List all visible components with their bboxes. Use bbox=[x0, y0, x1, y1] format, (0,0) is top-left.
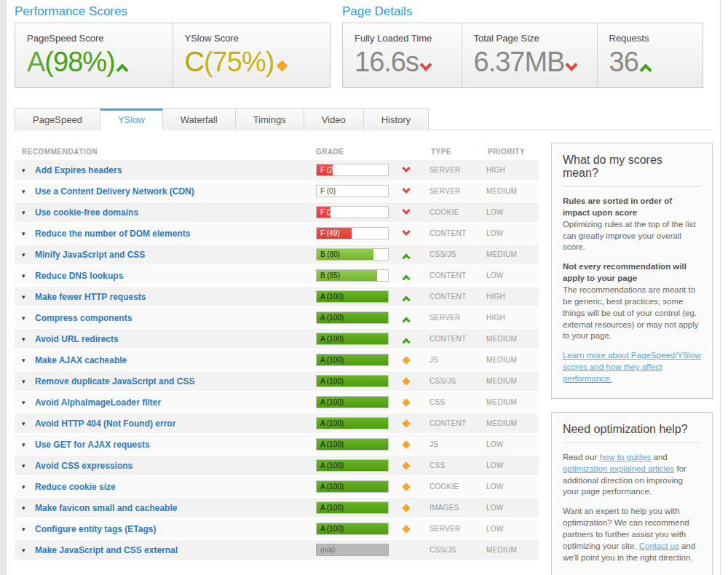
priority-cell: LOW bbox=[486, 229, 539, 237]
table-header-row: RECOMMENDATION GRADE TYPE PRIORITY bbox=[15, 143, 539, 160]
expand-toggle-icon[interactable]: ▾ bbox=[22, 314, 35, 322]
expand-toggle-icon[interactable]: ▾ bbox=[22, 420, 35, 427]
recommendation-cell: ▾ Reduce the number of DOM elements bbox=[15, 229, 316, 239]
priority-cell: LOW bbox=[486, 461, 539, 469]
recommendation-cell: ▾ Configure entity tags (ETags) bbox=[15, 524, 316, 534]
trend-cell bbox=[403, 167, 430, 173]
grade-bar-label: A (100) bbox=[320, 481, 344, 492]
recommendation-cell: ▾ Avoid URL redirects bbox=[15, 334, 316, 344]
recommendation-link[interactable]: Make AJAX cacheable bbox=[35, 355, 127, 365]
trend-cell bbox=[403, 294, 430, 300]
learn-more-link[interactable]: Learn more about PageSpeed/YSlow scores … bbox=[563, 351, 701, 383]
recommendation-link[interactable]: Make JavaScript and CSS external bbox=[35, 545, 178, 555]
expand-toggle-icon[interactable]: ▾ bbox=[22, 504, 35, 512]
header-priority: PRIORITY bbox=[486, 148, 539, 156]
how-to-guides-link[interactable]: how to guides bbox=[599, 453, 651, 461]
grade-cell: F (20) bbox=[316, 206, 403, 218]
grade-cell: F (23) bbox=[316, 164, 403, 176]
recommendation-link[interactable]: Avoid URL redirects bbox=[35, 334, 119, 344]
priority-cell: LOW bbox=[486, 504, 539, 512]
trend-cell bbox=[403, 336, 430, 342]
recommendation-link[interactable]: Avoid HTTP 404 (Not Found) error bbox=[35, 419, 175, 429]
info-sidebar: What do my scores mean? Rules are sorted… bbox=[551, 143, 713, 575]
recommendation-link[interactable]: Configure entity tags (ETags) bbox=[35, 524, 156, 534]
recommendation-link[interactable]: Reduce DNS lookups bbox=[35, 271, 123, 281]
recommendation-row: ▾ Avoid HTTP 404 (Not Found) error A (10… bbox=[15, 413, 539, 433]
expand-toggle-icon[interactable]: ▾ bbox=[22, 293, 35, 301]
optimization-help-title: Need optimization help? bbox=[563, 423, 701, 443]
type-cell: SERVER bbox=[430, 187, 486, 195]
trend-cell bbox=[403, 421, 430, 427]
recommendation-link[interactable]: Reduce cookie size bbox=[35, 482, 116, 492]
yslow-score-value: C(75%) bbox=[185, 47, 319, 78]
recommendation-link[interactable]: Make favicon small and cacheable bbox=[35, 503, 177, 513]
recommendation-link[interactable]: Add Expires headers bbox=[35, 165, 122, 175]
grade-bar-label: F (20) bbox=[320, 207, 340, 218]
expand-toggle-icon[interactable]: ▾ bbox=[22, 357, 35, 364]
expand-toggle-icon[interactable]: ▾ bbox=[22, 336, 35, 343]
page-details-title: Page Details bbox=[342, 4, 703, 19]
priority-cell: MEDIUM bbox=[486, 335, 539, 343]
recommendation-cell: ▾ Remove duplicate JavaScript and CSS bbox=[15, 376, 316, 386]
expand-toggle-icon[interactable]: ▾ bbox=[22, 462, 35, 469]
recommendations-table: RECOMMENDATION GRADE TYPE PRIORITY ▾ Add… bbox=[15, 143, 539, 561]
performance-scores-card: PageSpeed Score A(98%) YSlow Score C(75%… bbox=[15, 23, 331, 88]
grade-bar: B (80) bbox=[316, 248, 389, 261]
expand-toggle-icon[interactable]: ▾ bbox=[22, 230, 35, 237]
recommendation-link[interactable]: Use cookie-free domains bbox=[35, 207, 138, 218]
recommendation-row: ▾ Reduce the number of DOM elements F (4… bbox=[15, 223, 539, 243]
grade-cell: A (100) bbox=[316, 396, 403, 408]
tab-history[interactable]: History bbox=[364, 108, 429, 130]
priority-cell: HIGH bbox=[486, 293, 539, 301]
grade-bar: A (100) bbox=[316, 375, 389, 387]
fully-loaded-time-value: 16.6s bbox=[355, 47, 450, 78]
expand-toggle-icon[interactable]: ▾ bbox=[22, 272, 35, 279]
tab-yslow[interactable]: YSlow bbox=[100, 108, 163, 130]
expand-toggle-icon[interactable]: ▾ bbox=[22, 399, 35, 406]
tab-pagespeed[interactable]: PageSpeed bbox=[15, 108, 100, 130]
grade-cell: F (0) bbox=[316, 185, 403, 197]
scores-info-box: What do my scores mean? Rules are sorted… bbox=[551, 143, 713, 399]
expand-toggle-icon[interactable]: ▾ bbox=[22, 483, 35, 491]
grade-cell: A (100) bbox=[316, 501, 403, 514]
diamond-icon bbox=[402, 440, 410, 448]
grade-bar-label: A (100) bbox=[320, 376, 344, 386]
optimization-articles-link[interactable]: optimization explained articles bbox=[563, 464, 674, 473]
tab-timings[interactable]: Timings bbox=[236, 108, 304, 130]
grade-bar: A (100) bbox=[316, 290, 389, 303]
recommendation-link[interactable]: Reduce the number of DOM elements bbox=[35, 229, 190, 239]
recommendation-link[interactable]: Minify JavaScript and CSS bbox=[35, 250, 145, 260]
trend-cell bbox=[403, 231, 430, 237]
recommendation-link[interactable]: Avoid CSS expressions bbox=[35, 461, 132, 471]
tab-waterfall[interactable]: Waterfall bbox=[163, 108, 236, 130]
expand-toggle-icon[interactable]: ▾ bbox=[22, 526, 35, 533]
pagespeed-grade-percent: (98%) bbox=[44, 47, 114, 77]
recommendation-link[interactable]: Compress components bbox=[35, 313, 132, 323]
grade-bar: A (100) bbox=[316, 438, 389, 451]
tab-video[interactable]: Video bbox=[304, 108, 364, 130]
recommendation-link[interactable]: Make fewer HTTP requests bbox=[35, 292, 146, 302]
recommendation-link[interactable]: Avoid AlphaImageLoader filter bbox=[35, 397, 161, 408]
expand-toggle-icon[interactable]: ▾ bbox=[22, 167, 35, 174]
priority-cell: MEDIUM bbox=[486, 377, 539, 385]
recommendation-link[interactable]: Remove duplicate JavaScript and CSS bbox=[35, 376, 194, 386]
trend-cell bbox=[403, 505, 430, 511]
grade-bar-label: A (100) bbox=[320, 502, 344, 513]
recommendation-row: ▾ Make fewer HTTP requests A (100) CONTE… bbox=[15, 287, 539, 306]
recommendation-cell: ▾ Make fewer HTTP requests bbox=[15, 292, 316, 302]
scores-info-paragraph: Rules are sorted in order of impact upon… bbox=[563, 196, 701, 253]
contact-us-link[interactable]: Contact us bbox=[639, 542, 679, 550]
requests-cell: Requests 36 bbox=[597, 23, 703, 87]
expand-toggle-icon[interactable]: ▾ bbox=[22, 547, 35, 554]
expand-toggle-icon[interactable]: ▾ bbox=[22, 188, 35, 195]
recommendation-link[interactable]: Use a Content Delivery Network (CDN) bbox=[35, 186, 194, 197]
grade-bar: F (20) bbox=[316, 206, 389, 218]
trend-cell bbox=[403, 484, 430, 490]
grade-cell: A (100) bbox=[316, 290, 403, 303]
expand-toggle-icon[interactable]: ▾ bbox=[22, 378, 35, 385]
expand-toggle-icon[interactable]: ▾ bbox=[22, 441, 35, 448]
recommendation-link[interactable]: Use GET for AJAX requests bbox=[35, 440, 150, 450]
help-paragraph: Want an expert to help you with optimiza… bbox=[563, 506, 701, 563]
expand-toggle-icon[interactable]: ▾ bbox=[22, 251, 35, 258]
expand-toggle-icon[interactable]: ▾ bbox=[22, 209, 35, 216]
